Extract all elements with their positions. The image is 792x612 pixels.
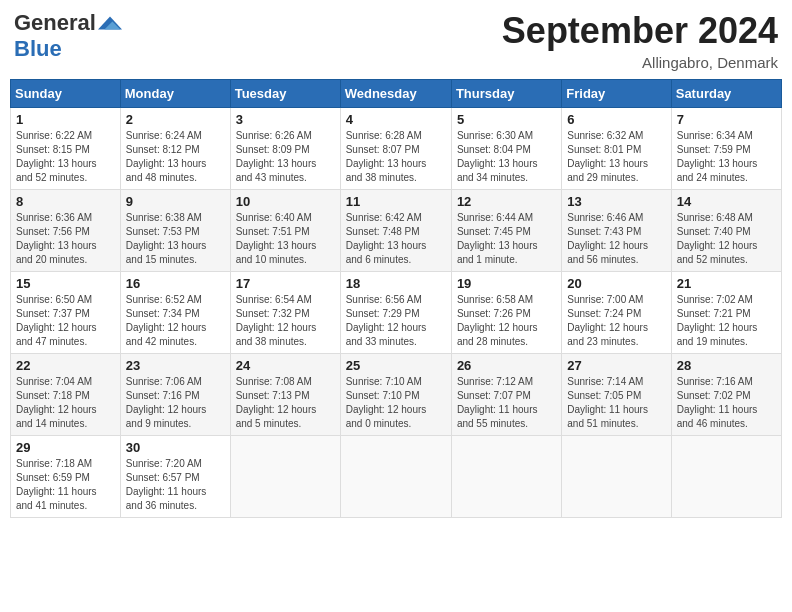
location: Allingabro, Denmark bbox=[502, 54, 778, 71]
day-info: Sunrise: 7:12 AM Sunset: 7:07 PM Dayligh… bbox=[457, 375, 556, 431]
day-number: 21 bbox=[677, 276, 776, 291]
day-info: Sunrise: 6:48 AM Sunset: 7:40 PM Dayligh… bbox=[677, 211, 776, 267]
logo: General Blue bbox=[14, 10, 122, 62]
month-title: September 2024 bbox=[502, 10, 778, 52]
calendar-cell: 18Sunrise: 6:56 AM Sunset: 7:29 PM Dayli… bbox=[340, 272, 451, 354]
day-number: 2 bbox=[126, 112, 225, 127]
day-info: Sunrise: 6:44 AM Sunset: 7:45 PM Dayligh… bbox=[457, 211, 556, 267]
calendar-cell: 4Sunrise: 6:28 AM Sunset: 8:07 PM Daylig… bbox=[340, 108, 451, 190]
day-number: 28 bbox=[677, 358, 776, 373]
day-number: 3 bbox=[236, 112, 335, 127]
day-number: 8 bbox=[16, 194, 115, 209]
day-info: Sunrise: 6:46 AM Sunset: 7:43 PM Dayligh… bbox=[567, 211, 665, 267]
calendar-cell bbox=[671, 436, 781, 518]
calendar-week-2: 8Sunrise: 6:36 AM Sunset: 7:56 PM Daylig… bbox=[11, 190, 782, 272]
day-info: Sunrise: 7:10 AM Sunset: 7:10 PM Dayligh… bbox=[346, 375, 446, 431]
day-info: Sunrise: 6:26 AM Sunset: 8:09 PM Dayligh… bbox=[236, 129, 335, 185]
calendar-header-monday: Monday bbox=[120, 80, 230, 108]
day-number: 5 bbox=[457, 112, 556, 127]
calendar-cell: 22Sunrise: 7:04 AM Sunset: 7:18 PM Dayli… bbox=[11, 354, 121, 436]
calendar-cell: 21Sunrise: 7:02 AM Sunset: 7:21 PM Dayli… bbox=[671, 272, 781, 354]
calendar-cell: 8Sunrise: 6:36 AM Sunset: 7:56 PM Daylig… bbox=[11, 190, 121, 272]
day-info: Sunrise: 7:04 AM Sunset: 7:18 PM Dayligh… bbox=[16, 375, 115, 431]
day-info: Sunrise: 6:38 AM Sunset: 7:53 PM Dayligh… bbox=[126, 211, 225, 267]
calendar-table: SundayMondayTuesdayWednesdayThursdayFrid… bbox=[10, 79, 782, 518]
day-number: 6 bbox=[567, 112, 665, 127]
title-block: September 2024 Allingabro, Denmark bbox=[502, 10, 778, 71]
calendar-cell: 6Sunrise: 6:32 AM Sunset: 8:01 PM Daylig… bbox=[562, 108, 671, 190]
calendar-cell: 25Sunrise: 7:10 AM Sunset: 7:10 PM Dayli… bbox=[340, 354, 451, 436]
calendar-week-5: 29Sunrise: 7:18 AM Sunset: 6:59 PM Dayli… bbox=[11, 436, 782, 518]
day-info: Sunrise: 7:00 AM Sunset: 7:24 PM Dayligh… bbox=[567, 293, 665, 349]
calendar-header-sunday: Sunday bbox=[11, 80, 121, 108]
calendar-header-tuesday: Tuesday bbox=[230, 80, 340, 108]
day-info: Sunrise: 6:32 AM Sunset: 8:01 PM Dayligh… bbox=[567, 129, 665, 185]
logo-icon bbox=[98, 13, 122, 33]
calendar-cell bbox=[230, 436, 340, 518]
day-info: Sunrise: 6:28 AM Sunset: 8:07 PM Dayligh… bbox=[346, 129, 446, 185]
day-number: 20 bbox=[567, 276, 665, 291]
calendar-cell: 11Sunrise: 6:42 AM Sunset: 7:48 PM Dayli… bbox=[340, 190, 451, 272]
calendar-week-4: 22Sunrise: 7:04 AM Sunset: 7:18 PM Dayli… bbox=[11, 354, 782, 436]
calendar-header-row: SundayMondayTuesdayWednesdayThursdayFrid… bbox=[11, 80, 782, 108]
day-number: 29 bbox=[16, 440, 115, 455]
calendar-cell: 24Sunrise: 7:08 AM Sunset: 7:13 PM Dayli… bbox=[230, 354, 340, 436]
day-number: 26 bbox=[457, 358, 556, 373]
calendar-cell: 30Sunrise: 7:20 AM Sunset: 6:57 PM Dayli… bbox=[120, 436, 230, 518]
day-info: Sunrise: 6:58 AM Sunset: 7:26 PM Dayligh… bbox=[457, 293, 556, 349]
calendar-cell: 14Sunrise: 6:48 AM Sunset: 7:40 PM Dayli… bbox=[671, 190, 781, 272]
logo-general-text: General bbox=[14, 10, 96, 36]
calendar-week-1: 1Sunrise: 6:22 AM Sunset: 8:15 PM Daylig… bbox=[11, 108, 782, 190]
day-info: Sunrise: 6:52 AM Sunset: 7:34 PM Dayligh… bbox=[126, 293, 225, 349]
calendar-cell: 3Sunrise: 6:26 AM Sunset: 8:09 PM Daylig… bbox=[230, 108, 340, 190]
calendar-cell bbox=[562, 436, 671, 518]
day-number: 13 bbox=[567, 194, 665, 209]
day-info: Sunrise: 7:20 AM Sunset: 6:57 PM Dayligh… bbox=[126, 457, 225, 513]
calendar-cell: 5Sunrise: 6:30 AM Sunset: 8:04 PM Daylig… bbox=[451, 108, 561, 190]
page-header: General Blue September 2024 Allingabro, … bbox=[10, 10, 782, 71]
day-number: 25 bbox=[346, 358, 446, 373]
logo-blue-text: Blue bbox=[14, 36, 62, 61]
calendar-header-friday: Friday bbox=[562, 80, 671, 108]
calendar-cell: 27Sunrise: 7:14 AM Sunset: 7:05 PM Dayli… bbox=[562, 354, 671, 436]
calendar-cell: 9Sunrise: 6:38 AM Sunset: 7:53 PM Daylig… bbox=[120, 190, 230, 272]
day-info: Sunrise: 6:34 AM Sunset: 7:59 PM Dayligh… bbox=[677, 129, 776, 185]
day-info: Sunrise: 7:06 AM Sunset: 7:16 PM Dayligh… bbox=[126, 375, 225, 431]
calendar-cell bbox=[451, 436, 561, 518]
day-number: 7 bbox=[677, 112, 776, 127]
day-info: Sunrise: 7:18 AM Sunset: 6:59 PM Dayligh… bbox=[16, 457, 115, 513]
calendar-cell: 12Sunrise: 6:44 AM Sunset: 7:45 PM Dayli… bbox=[451, 190, 561, 272]
day-number: 18 bbox=[346, 276, 446, 291]
calendar-cell bbox=[340, 436, 451, 518]
day-number: 23 bbox=[126, 358, 225, 373]
calendar-cell: 16Sunrise: 6:52 AM Sunset: 7:34 PM Dayli… bbox=[120, 272, 230, 354]
calendar-cell: 2Sunrise: 6:24 AM Sunset: 8:12 PM Daylig… bbox=[120, 108, 230, 190]
calendar-cell: 23Sunrise: 7:06 AM Sunset: 7:16 PM Dayli… bbox=[120, 354, 230, 436]
day-info: Sunrise: 7:14 AM Sunset: 7:05 PM Dayligh… bbox=[567, 375, 665, 431]
calendar-week-3: 15Sunrise: 6:50 AM Sunset: 7:37 PM Dayli… bbox=[11, 272, 782, 354]
day-number: 14 bbox=[677, 194, 776, 209]
day-number: 11 bbox=[346, 194, 446, 209]
day-number: 16 bbox=[126, 276, 225, 291]
day-number: 17 bbox=[236, 276, 335, 291]
calendar-header-thursday: Thursday bbox=[451, 80, 561, 108]
day-info: Sunrise: 6:30 AM Sunset: 8:04 PM Dayligh… bbox=[457, 129, 556, 185]
day-number: 27 bbox=[567, 358, 665, 373]
day-number: 4 bbox=[346, 112, 446, 127]
calendar-cell: 10Sunrise: 6:40 AM Sunset: 7:51 PM Dayli… bbox=[230, 190, 340, 272]
calendar-cell: 1Sunrise: 6:22 AM Sunset: 8:15 PM Daylig… bbox=[11, 108, 121, 190]
calendar-cell: 26Sunrise: 7:12 AM Sunset: 7:07 PM Dayli… bbox=[451, 354, 561, 436]
calendar-cell: 13Sunrise: 6:46 AM Sunset: 7:43 PM Dayli… bbox=[562, 190, 671, 272]
calendar-cell: 15Sunrise: 6:50 AM Sunset: 7:37 PM Dayli… bbox=[11, 272, 121, 354]
calendar-cell: 17Sunrise: 6:54 AM Sunset: 7:32 PM Dayli… bbox=[230, 272, 340, 354]
day-number: 9 bbox=[126, 194, 225, 209]
day-info: Sunrise: 6:54 AM Sunset: 7:32 PM Dayligh… bbox=[236, 293, 335, 349]
day-info: Sunrise: 7:08 AM Sunset: 7:13 PM Dayligh… bbox=[236, 375, 335, 431]
day-info: Sunrise: 6:42 AM Sunset: 7:48 PM Dayligh… bbox=[346, 211, 446, 267]
day-number: 1 bbox=[16, 112, 115, 127]
calendar-cell: 7Sunrise: 6:34 AM Sunset: 7:59 PM Daylig… bbox=[671, 108, 781, 190]
calendar-header-saturday: Saturday bbox=[671, 80, 781, 108]
day-info: Sunrise: 6:22 AM Sunset: 8:15 PM Dayligh… bbox=[16, 129, 115, 185]
calendar-cell: 29Sunrise: 7:18 AM Sunset: 6:59 PM Dayli… bbox=[11, 436, 121, 518]
calendar-header-wednesday: Wednesday bbox=[340, 80, 451, 108]
